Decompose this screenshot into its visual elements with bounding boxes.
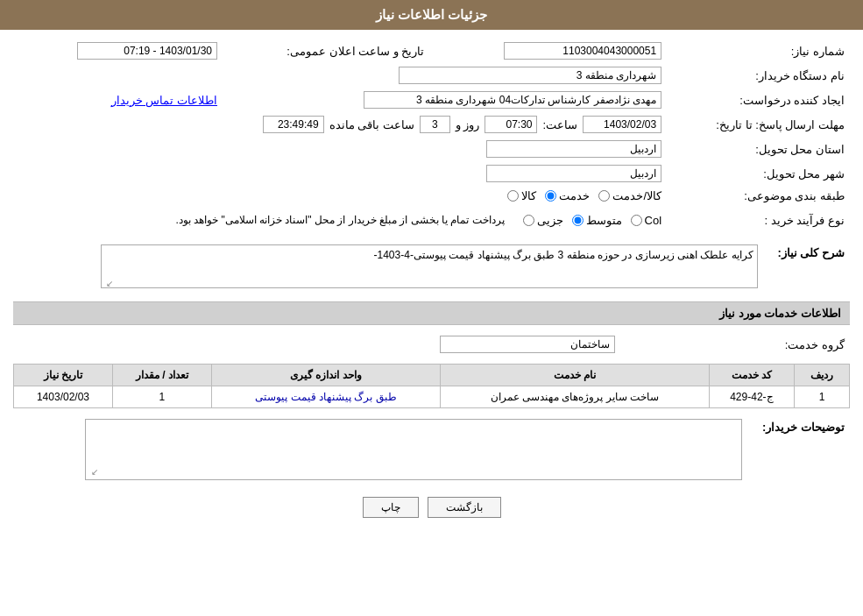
need-number-input[interactable]: [504, 42, 661, 60]
category-kala-item: کالا: [507, 189, 536, 202]
services-table: ردیف کد خدمت نام خدمت واحد اندازه گیری ت…: [13, 364, 850, 408]
services-section-label: اطلاعات خدمات مورد نیاز: [719, 307, 841, 320]
col-row-num: ردیف: [795, 365, 850, 386]
buyer-notes-label: توضیحات خریدار:: [747, 415, 850, 484]
creator-input[interactable]: [364, 91, 661, 109]
buyer-notes-label-text: توضیحات خریدار:: [762, 421, 845, 434]
purchase-col-radio[interactable]: [631, 215, 642, 226]
cell-date: 1403/02/03: [14, 386, 113, 408]
page-title: جزئیات اطلاعات نیاز: [376, 7, 487, 22]
cell-quantity: 1: [112, 386, 211, 408]
row-purchase-type: نوع فرآیند خرید : جزیی متوسط: [13, 206, 850, 234]
row-buyer-org: نام دستگاه خریدار:: [13, 63, 850, 88]
category-khedmat-label: خدمت: [559, 189, 590, 202]
payment-note: پرداخت تمام یا بخشی از مبلغ خریدار از مح…: [175, 214, 504, 226]
send-time-label: ساعت:: [542, 118, 577, 131]
send-time-input[interactable]: [485, 116, 537, 133]
cell-row-num: 1: [795, 386, 850, 408]
city-input[interactable]: [486, 165, 661, 182]
send-remaining-label: ساعت باقی مانده: [329, 118, 414, 131]
services-section-header: اطلاعات خدمات مورد نیاز: [13, 301, 850, 325]
province-input[interactable]: [486, 140, 661, 158]
city-cell: [13, 161, 667, 186]
need-number-label: شماره نیاز:: [667, 39, 850, 63]
service-group-input[interactable]: [440, 336, 615, 353]
buyer-org-label: نام دستگاه خریدار:: [667, 63, 850, 88]
buyer-notes-textarea[interactable]: [86, 420, 741, 479]
table-row: 1 ج-42-429 ساخت سایر پروژه‌های مهندسی عم…: [14, 386, 850, 408]
buttons-area: بازگشت چاپ: [13, 497, 850, 518]
general-desc-textarea[interactable]: کرایه علطک اهنی زیرسازی در حوزه منطقه 3 …: [101, 244, 758, 288]
purchase-joz-radio[interactable]: [523, 215, 534, 226]
row-deadline: مهلت ارسال پاسخ: تا تاریخ: ساعت: روز و س…: [13, 112, 850, 137]
buyer-notes-cell: ↙: [13, 415, 747, 484]
need-number-cell: [433, 39, 667, 63]
page-header: جزئیات اطلاعات نیاز: [0, 0, 863, 30]
buyer-org-input[interactable]: [399, 67, 661, 84]
cell-unit: طبق برگ پیشنهاد قیمت پیوستی: [211, 386, 440, 408]
purchase-type-row: جزیی متوسط Col: [18, 209, 661, 230]
general-desc-cell: کرایه علطک اهنی زیرسازی در حوزه منطقه 3 …: [13, 241, 763, 294]
send-days-label: روز و: [456, 118, 480, 131]
province-label: استان محل تحویل:: [667, 137, 850, 161]
category-khedmat-item: خدمت: [545, 189, 590, 202]
row-general-desc: شرح کلی نیاز: کرایه علطک اهنی زیرسازی در…: [13, 241, 850, 294]
category-cell: کالا خدمت کالا/خدمت: [13, 186, 667, 206]
purchase-type-label: نوع فرآیند خرید :: [667, 206, 850, 234]
city-label: شهر محل تحویل:: [667, 161, 850, 186]
category-khedmat-radio[interactable]: [545, 190, 556, 202]
category-kala-label: کالا: [521, 189, 536, 202]
print-button[interactable]: چاپ: [363, 497, 419, 518]
row-province: استان محل تحویل:: [13, 137, 850, 161]
deadline-cell: ساعت: روز و ساعت باقی مانده: [13, 112, 667, 137]
purchase-type-cell: جزیی متوسط Col: [13, 206, 667, 234]
contact-link-cell: اطلاعات تماس خریدار: [13, 88, 223, 112]
services-table-header-row: ردیف کد خدمت نام خدمت واحد اندازه گیری ت…: [14, 365, 850, 386]
purchase-motes-radio[interactable]: [572, 215, 584, 226]
info-table: شماره نیاز: تاریخ و ساعت اعلان عمومی: نا…: [13, 39, 850, 234]
send-days-input[interactable]: [420, 116, 450, 133]
purchase-col-item: Col: [631, 214, 662, 227]
category-kala-radio[interactable]: [507, 190, 519, 202]
purchase-radio-group: جزیی متوسط Col: [523, 214, 662, 227]
content-area: شماره نیاز: تاریخ و ساعت اعلان عمومی: نا…: [0, 30, 863, 540]
send-date-input[interactable]: [583, 116, 661, 133]
purchase-motes-label: متوسط: [586, 214, 622, 227]
send-remaining-input[interactable]: [263, 116, 324, 133]
notes-resize-handle: ↙: [88, 467, 98, 478]
category-kala-khedmat-item: کالا/خدمت: [598, 189, 661, 202]
category-label: طبقه بندی موضوعی:: [667, 186, 850, 206]
purchase-joz-item: جزیی: [523, 214, 563, 227]
creator-cell: [223, 88, 667, 112]
cell-service-code: ج-42-429: [709, 386, 794, 408]
purchase-motes-item: متوسط: [572, 214, 622, 227]
page-wrapper: جزئیات اطلاعات نیاز شماره نیاز: تاریخ و …: [0, 0, 863, 616]
service-group-table: گروه خدمت:: [13, 332, 850, 357]
col-quantity: تعداد / مقدار: [112, 365, 211, 386]
service-group-label: گروه خدمت:: [620, 332, 850, 357]
buyer-org-cell: [13, 63, 667, 88]
row-service-group: گروه خدمت:: [13, 332, 850, 357]
col-date: تاریخ نیاز: [14, 365, 113, 386]
buyer-notes-table: توضیحات خریدار: ↙: [13, 415, 850, 484]
purchase-joz-label: جزیی: [537, 214, 563, 227]
category-radio-group: کالا خدمت کالا/خدمت: [507, 189, 661, 202]
category-kala-khedmat-label: کالا/خدمت: [612, 189, 661, 202]
general-desc-table: شرح کلی نیاز: کرایه علطک اهنی زیرسازی در…: [13, 241, 850, 294]
deadline-row: ساعت: روز و ساعت باقی مانده: [18, 116, 661, 133]
send-deadline-label: مهلت ارسال پاسخ: تا تاریخ:: [667, 112, 850, 137]
resize-handle: ↙: [103, 279, 113, 289]
col-service-code: کد خدمت: [709, 365, 794, 386]
row-city: شهر محل تحویل:: [13, 161, 850, 186]
category-kala-khedmat-radio[interactable]: [598, 190, 610, 202]
province-cell: [13, 137, 667, 161]
service-group-cell: [13, 332, 620, 357]
announce-cell: [13, 39, 223, 63]
contact-link[interactable]: اطلاعات تماس خریدار: [111, 94, 217, 107]
announce-input[interactable]: [77, 42, 217, 60]
back-button[interactable]: بازگشت: [428, 497, 501, 518]
general-desc-label-text: شرح کلی نیاز:: [777, 246, 845, 259]
announce-label: تاریخ و ساعت اعلان عمومی:: [223, 39, 433, 63]
cell-service-name: ساخت سایر پروژه‌های مهندسی عمران: [441, 386, 710, 408]
row-creator: ایجاد کننده درخواست: اطلاعات تماس خریدار: [13, 88, 850, 112]
